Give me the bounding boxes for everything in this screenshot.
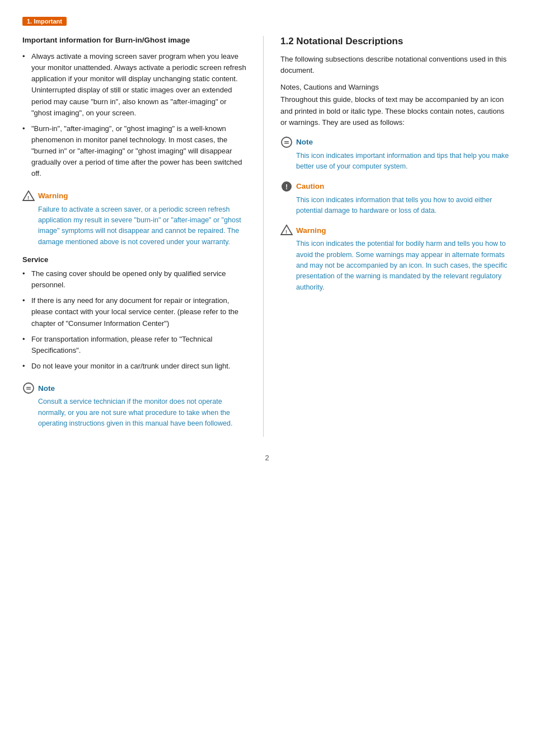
burn-warning-header: ! Warning [22, 190, 246, 202]
left-column: Important information for Burn-in/Ghost … [22, 36, 263, 437]
burn-section-title: Important information for Burn-in/Ghost … [22, 36, 246, 44]
intro-text-2: Notes, Cautions and Warnings [280, 82, 512, 93]
service-section-title: Service [22, 255, 246, 264]
caution-icon: ! [280, 180, 293, 193]
list-item: Always activate a moving screen saver pr… [22, 51, 246, 119]
right-warning-header: ! Warning [280, 224, 512, 236]
service-note-block: Note Consult a service technician if the… [22, 382, 246, 429]
service-note-header: Note [22, 382, 246, 394]
right-column: 1.2 Notational Descriptions The followin… [263, 36, 512, 437]
service-note-title: Note [38, 384, 55, 393]
warning-triangle-icon: ! [22, 190, 35, 202]
list-item: The casing cover should be opened only b… [22, 268, 246, 291]
svg-rect-2 [26, 387, 31, 388]
right-warning-block: ! Warning This icon indicates the potent… [280, 224, 512, 293]
right-section-title: 1.2 Notational Descriptions [280, 36, 512, 47]
right-caution-body: This icon indicates information that tel… [280, 195, 512, 217]
svg-text:!: ! [27, 194, 29, 200]
right-note-body: This icon indicates important informatio… [280, 151, 512, 172]
svg-rect-5 [284, 141, 289, 142]
list-item: Do not leave your monitor in a car/trunk… [22, 361, 246, 372]
burn-bullet-list: Always activate a moving screen saver pr… [22, 51, 246, 180]
burn-warning-block: ! Warning Failure to activate a screen s… [22, 190, 246, 248]
right-note-title: Note [296, 138, 313, 146]
list-item: If there is any need for any document fo… [22, 295, 246, 329]
note-circle-icon [22, 382, 35, 394]
intro-text-3: Throughout this guide, blocks of text ma… [280, 94, 512, 128]
right-warning-triangle-icon: ! [280, 224, 293, 236]
right-note-icon [280, 136, 293, 148]
right-note-block: Note This icon indicates important infor… [280, 136, 512, 172]
breadcrumb-label: 1. Important [22, 17, 67, 26]
svg-text:!: ! [285, 229, 287, 235]
service-bullet-list: The casing cover should be opened only b… [22, 268, 246, 372]
right-warning-title: Warning [296, 226, 326, 235]
content-area: Important information for Burn-in/Ghost … [22, 36, 512, 437]
list-item: For transportation information, please r… [22, 334, 246, 356]
svg-point-4 [282, 137, 292, 147]
right-caution-block: ! Caution This icon indicates informatio… [280, 180, 512, 217]
svg-rect-6 [284, 143, 289, 144]
page-number: 2 [22, 454, 512, 462]
right-warning-body: This icon indicates the potential for bo… [280, 239, 512, 293]
list-item: "Burn-in", "after-imaging", or "ghost im… [22, 123, 246, 180]
right-caution-header: ! Caution [280, 180, 512, 193]
breadcrumb: 1. Important [22, 17, 512, 26]
page: 1. Important Important information for B… [0, 0, 534, 484]
burn-warning-title: Warning [38, 192, 68, 200]
svg-rect-3 [26, 389, 31, 390]
burn-warning-body: Failure to activate a screen saver, or a… [22, 204, 246, 248]
intro-text-1: The following subsections describe notat… [280, 54, 512, 76]
service-note-body: Consult a service technician if the moni… [22, 396, 246, 429]
svg-text:!: ! [285, 183, 288, 191]
right-caution-title: Caution [296, 182, 324, 190]
right-note-header: Note [280, 136, 512, 148]
svg-point-1 [24, 383, 34, 393]
